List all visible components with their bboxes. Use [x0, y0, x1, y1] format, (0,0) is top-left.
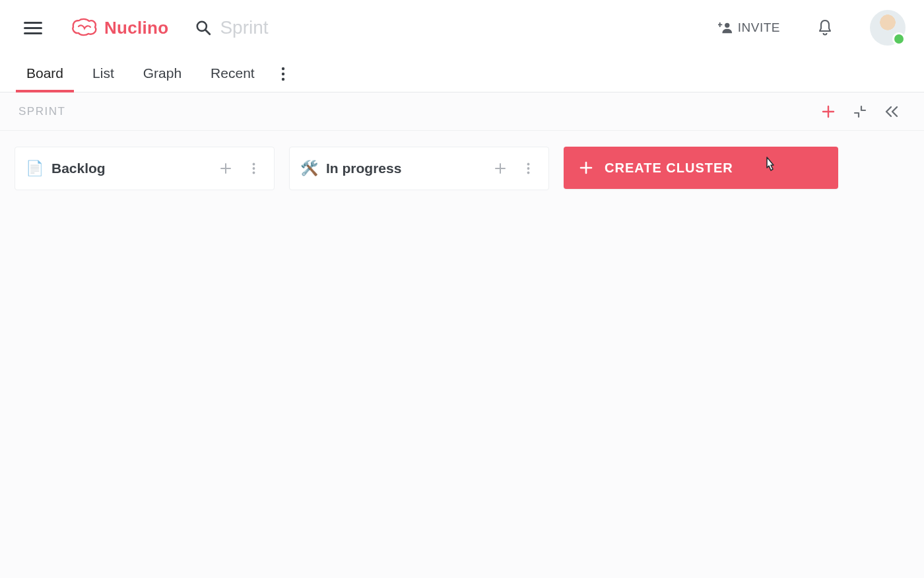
column-title: In progress	[326, 161, 482, 176]
invite-button[interactable]: INVITE	[718, 20, 780, 35]
svg-point-14	[252, 172, 255, 174]
svg-point-6	[281, 73, 284, 75]
bell-icon	[817, 19, 833, 36]
invite-label: INVITE	[738, 20, 780, 35]
plus-icon	[220, 163, 232, 174]
svg-line-1	[206, 30, 210, 34]
column-add-button[interactable]	[490, 159, 510, 178]
tab-label: List	[92, 65, 114, 81]
more-vertical-icon	[281, 67, 285, 81]
create-cluster-button[interactable]: CREATE CLUSTER	[564, 147, 838, 189]
chevron-double-left-icon	[884, 105, 899, 118]
create-cluster-label: CREATE CLUSTER	[605, 161, 733, 176]
board-subbar: SPRINT	[0, 92, 924, 131]
column-add-button[interactable]	[216, 159, 236, 178]
tab-list[interactable]: List	[90, 65, 117, 92]
app-header: Nuclino INVITE	[0, 0, 924, 55]
column-header: 📄 Backlog	[15, 147, 274, 190]
svg-point-13	[252, 167, 255, 170]
column-emoji: 🛠️	[300, 161, 318, 176]
svg-point-18	[527, 167, 529, 170]
board-column: 🛠️ In progress	[289, 147, 549, 190]
menu-icon[interactable]	[24, 18, 42, 37]
svg-point-12	[252, 163, 255, 166]
column-title: Backlog	[51, 161, 208, 176]
column-header: 🛠️ In progress	[290, 147, 548, 190]
brand-logo[interactable]: Nuclino	[71, 18, 168, 38]
column-more-button[interactable]	[244, 159, 263, 178]
svg-point-17	[527, 163, 529, 166]
collapse-icon	[853, 105, 867, 118]
tabs-more-button[interactable]	[281, 67, 285, 92]
collapse-button[interactable]	[849, 100, 871, 123]
search-icon[interactable]	[195, 19, 212, 36]
notifications-button[interactable]	[817, 19, 833, 36]
tab-label: Board	[26, 65, 63, 81]
column-more-button[interactable]	[518, 159, 538, 178]
cursor-pointer-icon	[762, 156, 776, 174]
board-area: 📄 Backlog	[0, 131, 924, 578]
brand-name: Nuclino	[104, 18, 168, 38]
plus-icon	[822, 105, 835, 118]
person-add-icon	[718, 21, 733, 34]
search	[195, 17, 390, 39]
svg-point-2	[725, 23, 729, 28]
board-title: SPRINT	[18, 105, 65, 118]
tab-board[interactable]: Board	[24, 65, 66, 92]
svg-point-7	[281, 78, 284, 81]
avatar[interactable]	[870, 10, 906, 46]
view-tabs: Board List Graph Recent	[0, 55, 924, 92]
tab-graph[interactable]: Graph	[141, 65, 184, 92]
board-column: 📄 Backlog	[15, 147, 275, 190]
plus-icon	[494, 163, 506, 174]
tab-label: Recent	[211, 65, 255, 81]
svg-point-5	[281, 67, 284, 70]
hide-panel-button[interactable]	[880, 100, 903, 123]
more-vertical-icon	[527, 163, 530, 174]
tab-label: Graph	[143, 65, 182, 81]
more-vertical-icon	[252, 163, 255, 174]
tab-recent[interactable]: Recent	[208, 65, 257, 92]
brain-icon	[71, 18, 98, 38]
plus-icon	[579, 161, 593, 174]
search-input[interactable]	[218, 17, 390, 39]
add-button[interactable]	[817, 100, 840, 123]
svg-point-19	[527, 172, 529, 174]
column-emoji: 📄	[26, 161, 44, 176]
